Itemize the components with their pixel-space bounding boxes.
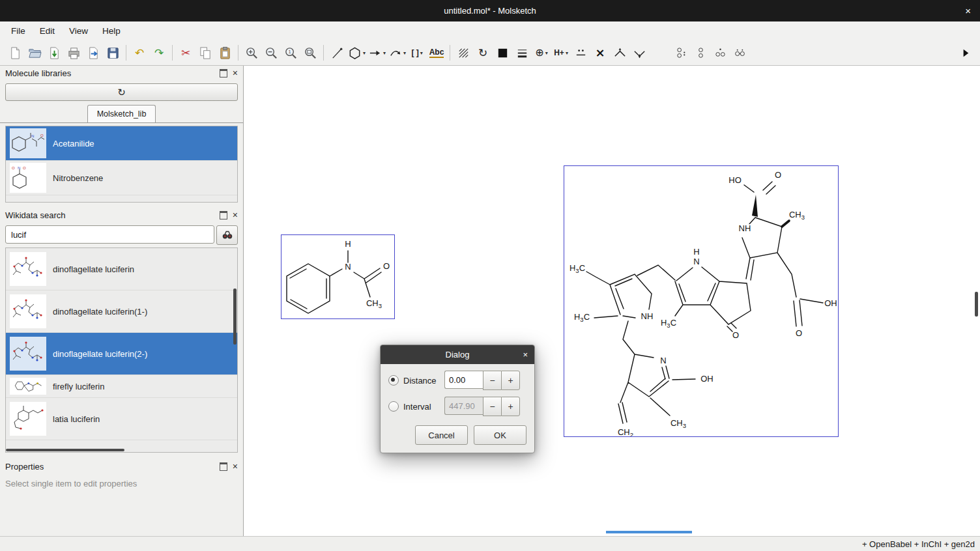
paste-button[interactable] — [215, 44, 235, 62]
save-icon — [106, 46, 120, 60]
smiles-button[interactable] — [671, 44, 691, 62]
more-toolbars-button[interactable] — [955, 44, 975, 62]
svg-text:CH2: CH2 — [618, 427, 633, 436]
distance-radio[interactable] — [388, 375, 399, 386]
interval-label[interactable]: Interval — [403, 402, 440, 412]
canvas-horizontal-scrollbar-thumb[interactable] — [606, 531, 692, 533]
electron-button[interactable] — [571, 44, 590, 62]
wedge-down-button[interactable] — [629, 44, 649, 62]
copy-button[interactable] — [195, 44, 215, 62]
interval-decrement-button[interactable]: − — [483, 397, 501, 416]
mechanism-arrow-button[interactable]: ▾ — [387, 44, 407, 62]
window-title: untitled.mol* - Molsketch — [444, 6, 536, 16]
close-panel-icon[interactable]: × — [233, 462, 238, 471]
print-icon — [67, 46, 81, 60]
tab-molsketch-lib[interactable]: Molsketch_lib — [87, 105, 156, 122]
interval-radio[interactable] — [388, 401, 399, 412]
menu-edit[interactable]: Edit — [33, 23, 62, 39]
float-panel-icon[interactable] — [220, 462, 227, 471]
wedge-up-button[interactable] — [610, 44, 629, 62]
zoom-out-button[interactable] — [261, 44, 281, 62]
dropdown-arrow-icon[interactable]: ▾ — [383, 50, 386, 56]
line-width-button[interactable] — [512, 44, 532, 62]
selected-molecule-luciferin[interactable]: HOOCH3NHH3CHNH3CNHH3COOHONOHCH3CH2 — [564, 165, 839, 437]
drawing-canvas[interactable]: HNOCH3 HOOCH3NHH3CHNH3CNHH3COOHONOHCH3CH… — [244, 66, 980, 536]
interval-increment-button[interactable]: + — [501, 397, 520, 416]
wikidata-item-3[interactable]: firefly luciferin — [6, 375, 237, 398]
cancel-button[interactable]: Cancel — [415, 425, 468, 445]
refresh-libraries-button[interactable]: ↻ — [5, 83, 238, 101]
cut-button[interactable]: ✂ — [176, 44, 195, 62]
structure-search-button[interactable] — [710, 44, 730, 62]
export-button[interactable] — [83, 44, 103, 62]
reaction-arrow-button[interactable]: ▾ — [367, 44, 387, 62]
svg-text:1: 1 — [288, 49, 291, 55]
undo-button[interactable]: ↶ — [130, 44, 149, 62]
close-panel-icon[interactable]: × — [233, 210, 238, 219]
wikidata-item-0[interactable]: dinoflagellate luciferin — [6, 248, 237, 290]
reaction-arrow-icon — [368, 46, 382, 60]
new-button[interactable] — [5, 44, 25, 62]
wikidata-item-2[interactable]: dinoflagellate luciferin(2-) — [6, 333, 237, 375]
statusbar: + OpenBabel + InChI + gen2d — [0, 536, 980, 551]
interval-value-input[interactable] — [444, 397, 483, 415]
hydrogen-button[interactable]: H+▾ — [551, 44, 571, 62]
svg-text:N: N — [18, 166, 20, 170]
zoom-fit-button[interactable] — [300, 44, 320, 62]
distance-decrement-button[interactable]: − — [483, 371, 501, 390]
wikidata-search-button[interactable] — [216, 225, 238, 245]
rotate-icon: ↻ — [478, 48, 487, 59]
distance-value-input[interactable] — [444, 371, 483, 389]
canvas-vertical-scrollbar-thumb[interactable] — [975, 292, 978, 317]
toolbar-separator — [450, 45, 450, 61]
menu-help[interactable]: Help — [95, 23, 128, 39]
library-item-acetanilide[interactable]: NO Acetanilide — [6, 126, 237, 161]
zoom-in-button[interactable] — [242, 44, 261, 62]
selected-molecule-acetanilide[interactable]: HNOCH3 — [281, 234, 395, 319]
toolbar-separator — [238, 45, 238, 61]
vertical-scrollbar-thumb[interactable] — [233, 289, 237, 345]
float-panel-icon[interactable] — [220, 211, 227, 219]
dropdown-arrow-icon[interactable]: ▾ — [545, 50, 548, 56]
menu-file[interactable]: File — [4, 23, 33, 39]
luciferin-structure: HOOCH3NHH3CHNH3CNHH3COOHONOHCH3CH2 — [564, 166, 838, 436]
dialog-close-button[interactable]: × — [523, 350, 528, 359]
preview-button[interactable] — [730, 44, 749, 62]
zoom-original-button[interactable]: 1 — [281, 44, 300, 62]
dropdown-arrow-icon[interactable]: ▾ — [403, 50, 406, 56]
open-icon — [28, 46, 42, 60]
window-close-button[interactable]: × — [965, 5, 971, 16]
save-button[interactable] — [103, 44, 122, 62]
float-panel-icon[interactable] — [220, 69, 227, 78]
charge-button[interactable]: ⊕▾ — [532, 44, 551, 62]
redo-button[interactable]: ↷ — [149, 44, 169, 62]
distance-label[interactable]: Distance — [403, 376, 440, 386]
rotate-button[interactable]: ↻ — [473, 44, 493, 62]
optimize-button[interactable] — [691, 44, 710, 62]
horizontal-scrollbar-thumb[interactable] — [6, 449, 124, 451]
dropdown-arrow-icon[interactable]: ▾ — [420, 50, 423, 56]
print-button[interactable] — [64, 44, 83, 62]
hatch-button[interactable] — [454, 44, 473, 62]
dropdown-arrow-icon[interactable]: ▾ — [363, 50, 366, 56]
text-button[interactable]: Abc — [427, 44, 446, 62]
open-button[interactable] — [25, 44, 44, 62]
ok-button[interactable]: OK — [474, 425, 526, 445]
distance-increment-button[interactable]: + — [501, 371, 520, 390]
dialog-titlebar[interactable]: Dialog × — [381, 345, 534, 364]
ring-button[interactable]: ▾ — [347, 44, 367, 62]
delete-icon: × — [596, 47, 605, 59]
delete-button[interactable]: × — [590, 44, 610, 62]
close-panel-icon[interactable]: × — [233, 68, 238, 78]
dropdown-arrow-icon[interactable]: ▾ — [566, 50, 568, 56]
wikidata-search-input[interactable] — [5, 225, 214, 244]
color-button[interactable] — [493, 44, 512, 62]
library-item-label: Nitrobenzene — [53, 173, 103, 183]
bracket-button[interactable]: [ ]▾ — [407, 44, 427, 62]
wikidata-item-1[interactable]: dinoflagellate luciferin(1-) — [6, 290, 237, 333]
draw-button[interactable] — [327, 44, 347, 62]
import-button[interactable] — [44, 44, 64, 62]
wikidata-item-4[interactable]: latia luciferin — [6, 398, 237, 440]
library-item-nitrobenzene[interactable]: NOO Nitrobenzene — [6, 161, 237, 195]
menu-view[interactable]: View — [62, 23, 95, 39]
